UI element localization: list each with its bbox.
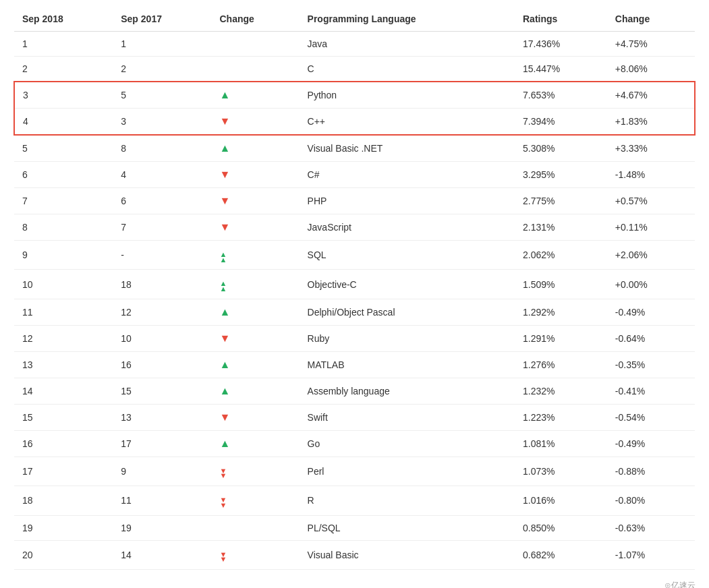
cell-ratings: 2.131% [515,214,607,241]
cell-ratings: 3.295% [515,162,607,188]
cell-sep2018: 16 [14,430,113,457]
cell-arrow: ▼ [212,109,300,136]
cell-arrow: ▼▼ [212,457,300,486]
cell-sep2018: 15 [14,404,113,430]
table-row: 11Java17.436%+4.75% [14,32,695,57]
cell-sep2017: 2 [113,57,211,82]
cell-ratings: 0.850% [515,515,607,540]
cell-sep2017: 5 [113,82,211,109]
cell-arrow: ▼ [212,404,300,430]
cell-sep2018: 13 [14,351,113,378]
arrow-double-down-icon: ▼▼ [220,548,227,559]
cell-ratings: 1.073% [515,457,607,486]
cell-sep2017: 3 [113,109,211,136]
table-row: 9-▲▲SQL2.062%+2.06% [14,241,695,270]
cell-sep2018: 19 [14,515,113,540]
cell-arrow: ▼▼ [212,486,300,515]
cell-language: Visual Basic .NET [300,135,515,162]
cell-ratings: 1.292% [515,299,607,325]
header-sep2017: Sep 2017 [113,7,211,32]
header-change-val: Change [607,7,695,32]
cell-sep2018: 14 [14,378,113,404]
arrow-up-icon: ▲ [220,89,231,100]
header-change-arrow: Change [212,7,300,32]
cell-sep2017: 18 [113,270,211,299]
table-row: 1316▲MATLAB1.276%-0.35% [14,351,695,378]
header-lang: Programming Language [300,7,515,32]
cell-arrow: ▲ [212,430,300,457]
cell-language: C++ [300,109,515,136]
cell-language: Perl [300,457,515,486]
cell-language: Objective-C [300,270,515,299]
cell-ratings: 2.775% [515,188,607,214]
cell-change: -0.88% [607,457,695,486]
table-container: Sep 2018 Sep 2017 Change Programming Lan… [0,0,709,577]
cell-arrow: ▼ [212,162,300,188]
cell-change: +0.11% [607,214,695,241]
cell-arrow: ▲ [212,378,300,404]
cell-ratings: 17.436% [515,32,607,57]
cell-change: -0.64% [607,325,695,351]
cell-language: Python [300,82,515,109]
table-row: 1811▼▼R1.016%-0.80% [14,486,695,515]
arrow-up-icon: ▲ [220,385,231,396]
table-row: 2014▼▼Visual Basic0.682%-1.07% [14,540,695,569]
cell-sep2018: 3 [14,82,113,109]
arrow-up-icon: ▲ [220,142,231,154]
cell-ratings: 2.062% [515,241,607,270]
cell-arrow: ▼▼ [212,540,300,569]
table-row: 1513▼Swift1.223%-0.54% [14,404,695,430]
cell-change: -1.07% [607,540,695,569]
arrow-double-down-icon: ▼▼ [220,493,227,504]
cell-language: Delphi/Object Pascal [300,299,515,325]
cell-ratings: 1.276% [515,351,607,378]
cell-arrow [212,57,300,82]
table-row: 76▼PHP2.775%+0.57% [14,188,695,214]
cell-language: C [300,57,515,82]
cell-change: +8.06% [607,57,695,82]
cell-sep2017: 8 [113,135,211,162]
cell-change: -0.80% [607,486,695,515]
cell-change: -1.48% [607,162,695,188]
arrow-double-up-icon: ▲▲ [220,247,227,259]
cell-ratings: 1.223% [515,404,607,430]
arrow-down-icon: ▼ [220,332,231,344]
cell-arrow [212,32,300,57]
table-row: 87▼JavaScript2.131%+0.11% [14,214,695,241]
cell-language: SQL [300,241,515,270]
cell-ratings: 7.394% [515,109,607,136]
cell-sep2018: 10 [14,270,113,299]
table-row: 64▼C#3.295%-1.48% [14,162,695,188]
cell-sep2017: 17 [113,430,211,457]
cell-sep2017: 11 [113,486,211,515]
cell-ratings: 7.653% [515,82,607,109]
cell-language: C# [300,162,515,188]
cell-sep2017: 7 [113,214,211,241]
table-row: 1112▲Delphi/Object Pascal1.292%-0.49% [14,299,695,325]
header-ratings: Ratings [515,7,607,32]
cell-language: Java [300,32,515,57]
table-row: 43▼C++7.394%+1.83% [14,109,695,136]
cell-sep2018: 20 [14,540,113,569]
cell-ratings: 1.509% [515,270,607,299]
table-row: 22C15.447%+8.06% [14,57,695,82]
cell-change: +4.75% [607,32,695,57]
cell-language: Swift [300,404,515,430]
cell-ratings: 1.232% [515,378,607,404]
watermark: ⊙亿速云 [0,577,709,588]
table-row: 1919PL/SQL0.850%-0.63% [14,515,695,540]
cell-change: -0.49% [607,299,695,325]
cell-ratings: 15.447% [515,57,607,82]
cell-arrow: ▼ [212,214,300,241]
cell-ratings: 0.682% [515,540,607,569]
cell-sep2017: 9 [113,457,211,486]
cell-change: -0.35% [607,351,695,378]
cell-language: Visual Basic [300,540,515,569]
cell-language: Assembly language [300,378,515,404]
arrow-down-icon: ▼ [220,221,231,233]
cell-change: +4.67% [607,82,695,109]
table-row: 1018▲▲Objective-C1.509%+0.00% [14,270,695,299]
cell-sep2017: 4 [113,162,211,188]
cell-sep2018: 11 [14,299,113,325]
cell-ratings: 1.016% [515,486,607,515]
